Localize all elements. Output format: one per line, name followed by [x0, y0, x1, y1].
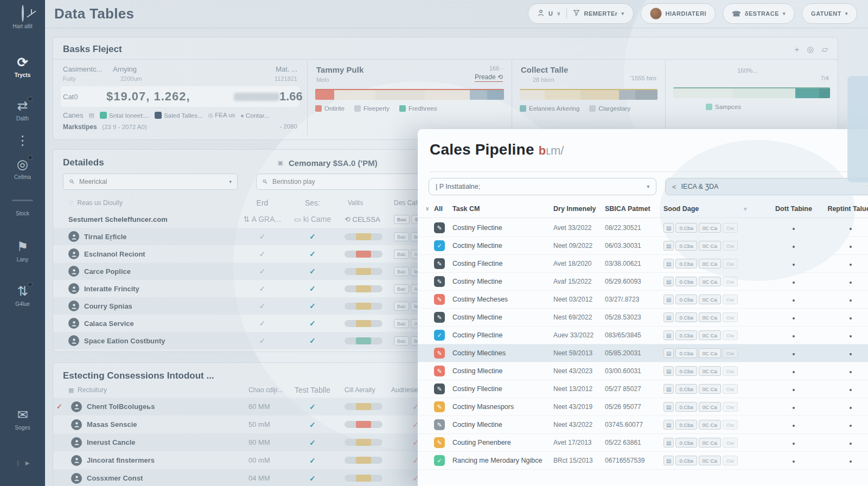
detaileds-filter-input-2[interactable]: 🔍︎	[256, 174, 431, 190]
pipeline-row[interactable]: ✎ Costing Filectine Avet 18/2020 03/38.0…	[418, 255, 868, 273]
phone-menu-button[interactable]: ☎ δESTRACE ▾	[723, 3, 795, 24]
badge[interactable]: Ow	[723, 295, 738, 304]
document-icon[interactable]: ▤	[663, 438, 674, 447]
badge[interactable]: 0.Cba	[675, 259, 697, 268]
badge[interactable]: 0C Ca	[699, 402, 721, 412]
badge[interactable]: 0.Cba	[675, 384, 697, 394]
document-icon[interactable]: ▤	[663, 384, 674, 394]
document-icon[interactable]: ▤	[663, 402, 674, 412]
sidebar-item-trycts[interactable]: ⟳ Trycts	[0, 55, 45, 78]
pipeline-row[interactable]: ✎ Costiny Mlectine Avaf 15/2022 05/29.60…	[418, 273, 868, 291]
sidebar-item-g4lue[interactable]: ⇅ G4lue	[0, 284, 45, 307]
pipeline-row[interactable]: ✎ Costiny Fllectine Neet 13/2012 05/27 8…	[418, 380, 868, 398]
badge[interactable]: 0C Ca	[699, 366, 721, 376]
heart-icon[interactable]: ♥	[743, 206, 747, 212]
search-input[interactable]	[79, 178, 225, 186]
badge[interactable]: 0.Cba	[675, 438, 697, 447]
pipeline-row[interactable]: ✎ Coctiny Masnespors Neet 43/2019 05/26 …	[418, 398, 868, 416]
badge[interactable]: Bac	[394, 250, 409, 259]
search-input[interactable]	[272, 178, 425, 186]
detaileds-filter-input[interactable]: 🔍︎ ▾	[63, 174, 238, 190]
pipeline-row[interactable]: ✓ Coctiny Pllectine Auev 33/2022 083/65/…	[418, 327, 868, 344]
pipeline-row[interactable]: ✎ Costiny Mecheses Neet 03/2012 03/27/.8…	[418, 291, 868, 309]
badge[interactable]: Bac	[394, 215, 410, 224]
sidebar-more[interactable]: ⋮	[0, 133, 45, 148]
badge[interactable]: 0.Cba	[675, 241, 697, 251]
badge[interactable]: 0.Cba	[675, 348, 697, 358]
row-checkbox[interactable]: ✓	[434, 455, 445, 466]
all-header[interactable]: All	[434, 205, 452, 213]
badge[interactable]: 0C Ca	[699, 456, 721, 465]
row-checkbox[interactable]: ✎	[434, 419, 445, 430]
badge[interactable]: Bac	[394, 336, 409, 346]
row-checkbox[interactable]: ✎	[434, 348, 445, 359]
badge[interactable]: 0C Ca	[699, 384, 721, 394]
sidebar-pager[interactable]: ❘ ▶	[0, 460, 45, 466]
badge[interactable]: 0C Ca	[699, 312, 721, 322]
badge[interactable]: Ow	[723, 384, 738, 394]
badge[interactable]: Bac	[394, 284, 409, 293]
badge[interactable]: 0.Cba	[675, 456, 697, 465]
scrollbar[interactable]	[847, 76, 868, 182]
badge[interactable]: Ow	[723, 330, 738, 340]
pipeline-row[interactable]: ✎ Coctiny Mlectines Neet 59/2013 05/85.2…	[418, 344, 868, 362]
badge[interactable]: 0.Cba	[675, 366, 697, 376]
pipeline-row[interactable]: ✓ Rancing me Merodary Ngibce BRct 15/201…	[418, 452, 868, 470]
badge[interactable]: Ow	[723, 241, 738, 251]
badge[interactable]: Bac	[394, 302, 409, 311]
badge[interactable]: 0.Cba	[675, 402, 697, 412]
gatuent-button[interactable]: GATUENT ▾	[802, 3, 857, 24]
row-checkbox[interactable]: ✎	[434, 383, 445, 394]
document-icon[interactable]: ▤	[663, 277, 674, 286]
pipeline-row[interactable]: ✎ Costing Mlectine Neet 43/2023 03/00.60…	[418, 362, 868, 380]
badge[interactable]: 0C Ca	[699, 277, 721, 286]
document-icon[interactable]: ▤	[663, 241, 674, 251]
badge[interactable]: Bac	[394, 267, 409, 276]
badge[interactable]: 0C Ca	[699, 420, 721, 430]
pipeline-row[interactable]: ✎ Costiny Mlectine Nest 69/2022 05/28.53…	[418, 309, 868, 327]
tag-item[interactable]: ◎ FEA us	[208, 112, 235, 119]
pipeline-row[interactable]: ✓ Coctiny Mlectine Neet 09/2022 06/03.30…	[418, 237, 868, 255]
sidebar-item-stock[interactable]: Stock	[0, 210, 45, 216]
user-menu-button[interactable]: HIARDIATERI	[641, 3, 716, 24]
pipeline-filter-select[interactable]: | P Insttatialne; ▾	[429, 178, 656, 195]
document-icon[interactable]: ▤	[663, 223, 674, 233]
badge[interactable]: 0C Ca	[699, 348, 721, 358]
tag-item[interactable]: ● Contar...	[240, 112, 269, 119]
document-icon[interactable]: ▤	[663, 259, 674, 268]
badge[interactable]: 0C Ca	[699, 330, 721, 340]
row-checkbox[interactable]: ✎	[434, 258, 445, 269]
row-checkbox[interactable]: ✎	[434, 401, 445, 412]
document-icon[interactable]: ▤	[663, 295, 674, 304]
badge[interactable]: Ow	[723, 277, 738, 286]
badge[interactable]: Ow	[723, 223, 738, 233]
badge[interactable]: 0.Cba	[675, 277, 697, 286]
badge[interactable]: Ow	[723, 366, 738, 376]
sidebar-item-cellma[interactable]: ◎ Cellma	[0, 157, 45, 180]
badge[interactable]: Bac	[394, 232, 409, 241]
pipeline-row[interactable]: ✎ Couting Penenbere Avet 17/2013 05/22 6…	[418, 434, 868, 452]
row-checkbox[interactable]: ✎	[434, 366, 445, 376]
row-checkbox[interactable]: ✓	[434, 240, 445, 251]
badge[interactable]: 0.Cba	[675, 330, 697, 340]
row-checkbox[interactable]: ✎	[434, 437, 445, 448]
badge[interactable]: Ow	[723, 456, 738, 465]
add-icon[interactable]: +	[795, 44, 800, 54]
badge[interactable]: 0.Cba	[675, 420, 697, 430]
preade-action[interactable]: Preade ⟲	[475, 73, 503, 82]
badge[interactable]: 0C Ca	[699, 259, 721, 268]
badge[interactable]: Ow	[723, 438, 738, 447]
row-checkbox[interactable]: ✎	[434, 312, 445, 323]
badge[interactable]: Ow	[723, 312, 738, 322]
sidebar-item-dalth[interactable]: ⇄ Dalth	[0, 99, 45, 122]
badge[interactable]: 0.Cba	[675, 312, 697, 322]
badge[interactable]: Bac	[394, 319, 409, 328]
folder-icon[interactable]: ▱	[821, 44, 828, 54]
document-icon[interactable]: ▤	[663, 312, 674, 322]
row-checkbox[interactable]: ✎	[434, 276, 445, 287]
badge[interactable]: Ow	[723, 348, 738, 358]
chevron-down-icon[interactable]: ∨	[425, 206, 434, 212]
document-icon[interactable]: ▤	[663, 456, 674, 465]
document-icon[interactable]: ▤	[663, 420, 674, 430]
badge[interactable]: 0.Cba	[675, 223, 697, 233]
